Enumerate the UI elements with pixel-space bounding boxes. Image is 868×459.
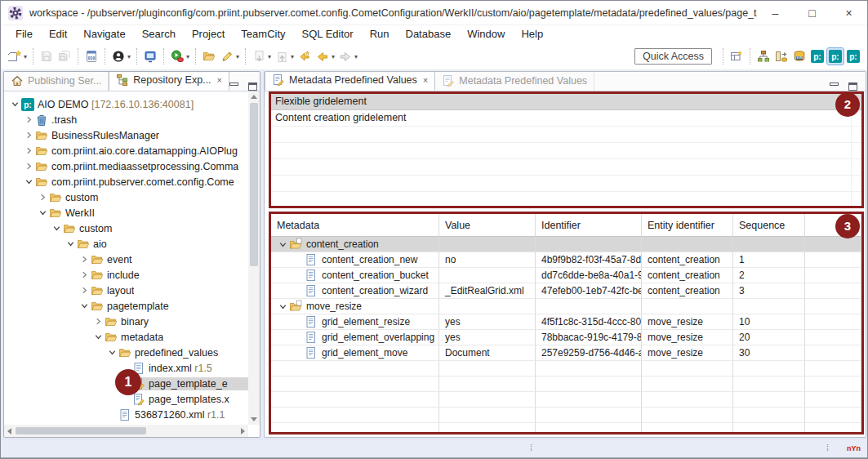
- minimize-panel-icon[interactable]: [830, 82, 839, 86]
- expanded-chevron-icon[interactable]: [277, 238, 288, 250]
- column-header[interactable]: Identifier: [536, 214, 642, 237]
- column-header[interactable]: Entity identifier: [642, 214, 733, 237]
- tree-item[interactable]: com.priint.mediaassetprocessing.Comma: [4, 158, 248, 174]
- table-empty-row[interactable]: [271, 377, 861, 392]
- user-dropdown-icon[interactable]: ▾: [127, 53, 131, 60]
- column-header[interactable]: Value: [439, 214, 536, 237]
- table-row[interactable]: content_creation_bucket dd7c6dde-be8a-40…: [271, 268, 861, 283]
- expanded-chevron-icon[interactable]: [23, 176, 34, 188]
- table-group-row[interactable]: move_resize: [271, 299, 861, 314]
- tab-repository-explorer[interactable]: Repository Exp... ×: [109, 71, 229, 91]
- minimize-panel-icon[interactable]: [229, 82, 238, 86]
- expanded-chevron-icon[interactable]: [9, 99, 20, 110]
- new-wizard-dropdown-icon[interactable]: ▾: [24, 53, 27, 60]
- new-wizard-icon[interactable]: [7, 48, 23, 65]
- back-icon[interactable]: [314, 48, 331, 65]
- menu-item-window[interactable]: Window: [459, 25, 513, 43]
- tree-item[interactable]: .trash: [4, 112, 248, 127]
- highlight-pen-dropdown-icon[interactable]: ▾: [236, 53, 239, 60]
- user-icon[interactable]: [110, 48, 127, 65]
- expanded-chevron-icon[interactable]: [37, 207, 48, 219]
- table-row[interactable]: content_creation_new no 4b9f9b82-f03f-45…: [271, 252, 861, 268]
- collapsed-chevron-icon[interactable]: [78, 254, 90, 265]
- collapsed-chevron-icon[interactable]: [23, 145, 34, 157]
- tree-item[interactable]: custom: [4, 189, 248, 205]
- menu-item-navigate[interactable]: Navigate: [75, 25, 133, 43]
- statusbar-handle-icon[interactable]: ⁞: [530, 443, 533, 452]
- layout-switch-icon[interactable]: [773, 48, 790, 65]
- tab-metadata-predefined-values-1[interactable]: Metadata Predefined Values ×: [265, 71, 435, 91]
- tree-item[interactable]: p: AIO DEMO [172.16.10.136:40081]: [4, 96, 248, 112]
- console-icon[interactable]: [142, 48, 158, 65]
- collapsed-chevron-icon[interactable]: [23, 161, 34, 172]
- column-header[interactable]: Metadata: [271, 214, 439, 237]
- expanded-chevron-icon[interactable]: [78, 301, 90, 312]
- tree-item[interactable]: BusinessRulesManager: [4, 127, 248, 143]
- gridelement-row[interactable]: Flexible gridelement: [271, 94, 861, 110]
- statusbar-handle-icon[interactable]: ⁞: [826, 443, 830, 452]
- menu-item-database[interactable]: Database: [398, 25, 460, 43]
- maximize-panel-icon[interactable]: [248, 82, 257, 91]
- gridelement-row[interactable]: Content creation gridelement: [271, 110, 861, 127]
- tree-item[interactable]: custom: [4, 221, 248, 236]
- table-empty-row[interactable]: [271, 423, 861, 434]
- maximize-button[interactable]: □: [794, 2, 830, 25]
- collapsed-chevron-icon[interactable]: [37, 192, 48, 203]
- menu-item-help[interactable]: Help: [513, 25, 551, 43]
- tab-metadata-predefined-values-2[interactable]: Metadata Predefined Values: [435, 71, 594, 91]
- menu-item-project[interactable]: Project: [184, 25, 233, 43]
- vertical-scrollbar[interactable]: [248, 91, 260, 425]
- quick-access[interactable]: Quick Access: [634, 48, 712, 65]
- gridelement-empty-row[interactable]: [271, 159, 861, 176]
- collapsed-chevron-icon[interactable]: [78, 270, 90, 281]
- tree-item[interactable]: aio: [4, 236, 248, 252]
- expanded-chevron-icon[interactable]: [277, 301, 288, 312]
- table-empty-row[interactable]: [271, 392, 861, 408]
- table-empty-row[interactable]: [271, 408, 861, 423]
- tree-item[interactable]: pagetemplate: [4, 298, 248, 314]
- table-row[interactable]: content_creation_wizard _EditRealGrid.xm…: [271, 283, 861, 299]
- expanded-chevron-icon[interactable]: [106, 347, 118, 359]
- open-folder-icon[interactable]: [201, 48, 217, 65]
- tree-item[interactable]: binary: [4, 314, 248, 329]
- table-empty-row[interactable]: [271, 361, 861, 377]
- gridelement-empty-row[interactable]: [271, 127, 861, 143]
- menu-item-teamcity[interactable]: TeamCity: [233, 25, 293, 43]
- forward-icon[interactable]: [337, 48, 354, 65]
- tree-item[interactable]: 536871260.xml r1.1: [4, 407, 248, 422]
- menu-item-sql-editor[interactable]: SQL Editor: [294, 25, 362, 43]
- expanded-chevron-icon[interactable]: [51, 223, 62, 234]
- svn-icon[interactable]: SVN: [791, 48, 808, 65]
- hierarchy-icon[interactable]: [755, 48, 772, 65]
- menu-item-search[interactable]: Search: [134, 25, 184, 43]
- priint-perspective-3-icon[interactable]: p:: [845, 48, 861, 65]
- tree-item[interactable]: WerkII: [4, 205, 248, 221]
- collapsed-chevron-icon[interactable]: [92, 316, 104, 328]
- back-dropdown-icon[interactable]: ▾: [332, 53, 335, 60]
- table-row[interactable]: grid_element_overlapping yes 78bbacac-91…: [271, 330, 861, 345]
- tree-item[interactable]: layout: [4, 283, 248, 298]
- horizontal-scrollbar[interactable]: [4, 425, 248, 437]
- table-row[interactable]: grid_element_move Document 257e9259-d756…: [271, 345, 861, 361]
- tree-item[interactable]: predefined_values: [4, 345, 248, 360]
- new-perspective-icon[interactable]: [728, 48, 745, 65]
- tab-publishing-server[interactable]: Publishing Ser...: [4, 71, 109, 91]
- table-group-row[interactable]: content_creation: [271, 237, 861, 252]
- menu-item-run[interactable]: Run: [362, 25, 398, 43]
- highlight-pen-icon[interactable]: [219, 48, 235, 65]
- close-tab-icon[interactable]: ×: [217, 75, 222, 85]
- gridelement-empty-row[interactable]: [271, 176, 861, 192]
- tree-item[interactable]: include: [4, 267, 248, 283]
- back-history-icon[interactable]: [296, 48, 313, 65]
- menu-item-file[interactable]: File: [7, 25, 41, 43]
- collapsed-chevron-icon[interactable]: [23, 114, 34, 126]
- priint-perspective-2-icon[interactable]: p:: [827, 48, 844, 65]
- forward-dropdown-icon[interactable]: ▾: [354, 53, 358, 60]
- minimize-button[interactable]: –: [757, 2, 794, 25]
- collapsed-chevron-icon[interactable]: [23, 130, 34, 141]
- close-tab-icon[interactable]: ×: [423, 75, 428, 85]
- column-header[interactable]: Sequence: [733, 214, 805, 237]
- tree-item[interactable]: com.priint.pubserver.comet.config.Come: [4, 174, 248, 189]
- table-row[interactable]: grid_element_resize yes 4f5f1c8c-315d-4c…: [271, 314, 861, 330]
- expanded-chevron-icon[interactable]: [65, 238, 76, 250]
